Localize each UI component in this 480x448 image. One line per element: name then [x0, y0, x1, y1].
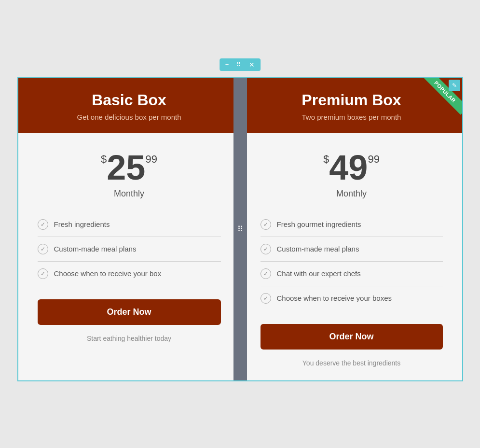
- basic-box-card: Basic Box Get one delicious box per mont…: [18, 78, 240, 380]
- check-icon: ✓: [261, 244, 271, 254]
- check-icon: ✓: [38, 244, 48, 254]
- list-item: ✓ Choose when to receive your boxes: [261, 286, 443, 310]
- feature-label: Choose when to receive your boxes: [277, 294, 392, 302]
- column-handle-icon: ⠿: [237, 224, 243, 234]
- basic-price-display: $ 25 99: [101, 150, 157, 185]
- premium-price-display: $ 49 99: [323, 150, 380, 185]
- list-item: ✓ Fresh ingredients: [38, 212, 221, 237]
- premium-price-period: Monthly: [323, 189, 380, 199]
- close-button[interactable]: ✕: [247, 60, 257, 69]
- editor-toolbar: + ⠿ ✕: [219, 58, 261, 71]
- list-item: ✓ Chat with our expert chefs: [261, 262, 443, 286]
- grid-button[interactable]: ⠿: [234, 60, 243, 69]
- list-item: ✓ Choose when to receive your box: [38, 262, 221, 286]
- basic-card-header: Basic Box Get one delicious box per mont…: [18, 78, 240, 133]
- premium-price-section: $ 49 99 Monthly: [314, 133, 389, 209]
- check-icon: ✓: [38, 219, 48, 230]
- list-item: ✓ Custom-made meal plans: [38, 237, 221, 262]
- edit-button[interactable]: ✎: [449, 80, 460, 91]
- basic-price-main: 25: [107, 150, 145, 185]
- feature-label: Custom-made meal plans: [54, 245, 137, 253]
- basic-price-dollar: $: [101, 154, 107, 165]
- basic-price-period: Monthly: [101, 189, 157, 199]
- premium-features-list: ✓ Fresh gourmet ingredients ✓ Custom-mad…: [241, 209, 462, 318]
- add-button[interactable]: +: [223, 60, 231, 69]
- premium-order-button[interactable]: Order Now: [261, 324, 443, 350]
- basic-price-section: $ 25 99 Monthly: [91, 133, 167, 209]
- premium-price-main: 49: [329, 150, 368, 185]
- list-item: ✓ Custom-made meal plans: [261, 237, 443, 262]
- basic-order-button[interactable]: Order Now: [38, 299, 221, 325]
- premium-card-header: Premium Box Two premium boxes per month …: [241, 78, 462, 133]
- check-icon: ✓: [261, 293, 271, 304]
- premium-box-card: Premium Box Two premium boxes per month …: [240, 78, 462, 380]
- feature-label: Choose when to receive your box: [54, 269, 162, 278]
- premium-price-dollar: $: [323, 154, 329, 165]
- basic-price-cents: 99: [145, 154, 157, 165]
- check-icon: ✓: [38, 268, 48, 279]
- feature-label: Custom-made meal plans: [277, 245, 359, 253]
- list-item: ✓ Fresh gourmet ingredients: [261, 212, 443, 237]
- basic-features-list: ✓ Fresh ingredients ✓ Custom-made meal p…: [18, 209, 240, 294]
- check-icon: ✓: [261, 219, 271, 230]
- column-resize-handle[interactable]: ⠿: [233, 78, 247, 380]
- feature-label: Fresh gourmet ingredients: [277, 220, 361, 228]
- premium-card-footer: You deserve the best ingredients: [293, 355, 410, 380]
- check-icon: ✓: [261, 268, 271, 279]
- pricing-table: ⠿ Basic Box Get one delicious box per mo…: [17, 77, 463, 381]
- basic-card-subtitle: Get one delicious box per month: [28, 113, 231, 121]
- basic-card-footer: Start eathing healthier today: [77, 331, 181, 356]
- basic-card-title: Basic Box: [28, 91, 231, 109]
- feature-label: Fresh ingredients: [54, 220, 110, 228]
- feature-label: Chat with our expert chefs: [277, 269, 361, 278]
- premium-price-cents: 99: [368, 154, 379, 165]
